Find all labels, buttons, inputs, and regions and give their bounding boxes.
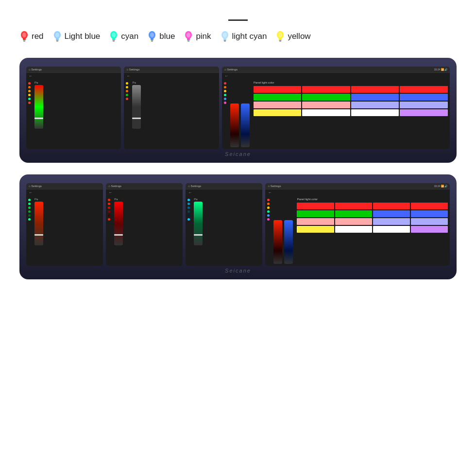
indicator-dot-2 bbox=[187, 206, 190, 209]
side-bar-b2 bbox=[108, 198, 110, 264]
swatch-14 bbox=[351, 109, 399, 116]
indicator-dot-3 bbox=[126, 94, 128, 96]
slider-label-b2: Pa bbox=[114, 198, 118, 201]
slider-red-s3 bbox=[230, 103, 239, 147]
swatch-0 bbox=[297, 203, 334, 209]
svg-rect-13 bbox=[113, 40, 115, 41]
color-item-yellow: yellow bbox=[275, 30, 310, 43]
color-swatches-s3 bbox=[254, 86, 448, 116]
panel-title-s3: Panel light color bbox=[254, 81, 448, 84]
svg-rect-4 bbox=[23, 41, 25, 42]
swatch-11 bbox=[411, 218, 448, 225]
back-button-s3: ← bbox=[222, 73, 450, 79]
swatch-13 bbox=[335, 226, 372, 233]
swatch-9 bbox=[302, 102, 350, 108]
bulb-icon-light-cyan bbox=[220, 30, 230, 43]
svg-rect-32 bbox=[279, 38, 282, 40]
swatch-6 bbox=[373, 210, 410, 217]
svg-rect-8 bbox=[56, 40, 58, 41]
side-bar-b4 bbox=[267, 198, 270, 264]
bulb-icon-pink bbox=[184, 30, 193, 43]
back-button-b3: ← bbox=[186, 189, 262, 196]
swatch-8 bbox=[254, 102, 302, 108]
color-label-light-cyan: light cyan bbox=[232, 32, 267, 41]
indicator-dot-5 bbox=[28, 102, 31, 104]
indicator-dot-0 bbox=[267, 199, 270, 201]
swatch-5 bbox=[335, 210, 372, 217]
svg-rect-18 bbox=[151, 40, 153, 41]
back-button-s1: ← bbox=[26, 73, 121, 79]
bulb-icon-cyan bbox=[109, 30, 119, 43]
slider-wrap-s2: Pa bbox=[130, 81, 217, 147]
svg-rect-34 bbox=[279, 41, 281, 42]
svg-point-1 bbox=[22, 33, 26, 37]
indicator-dot-3 bbox=[224, 94, 226, 96]
indicator-dot-2 bbox=[28, 206, 31, 209]
screen-b1: ⌂ Settings←Pa bbox=[26, 183, 103, 266]
title-section bbox=[19, 19, 457, 21]
indicator-dot-4 bbox=[267, 214, 270, 217]
slider-label-s1: Pa bbox=[34, 81, 38, 84]
slider-handle-0 bbox=[34, 234, 43, 236]
screen-header-b3: ⌂ Settings bbox=[186, 183, 262, 189]
screen-body-s2: Pa bbox=[124, 79, 219, 149]
screen-group-top: ⌂ Settings←Pa⌂ Settings←Pa⌂ Settings20:2… bbox=[19, 58, 457, 163]
side-bar-b3 bbox=[187, 198, 190, 264]
svg-rect-17 bbox=[151, 38, 153, 40]
svg-rect-7 bbox=[56, 38, 59, 40]
slider-wrap-b3: Pa bbox=[192, 198, 260, 264]
indicator-dot-3 bbox=[267, 210, 270, 213]
indicator-dot-5 bbox=[28, 218, 31, 221]
back-button-s2: ← bbox=[124, 73, 219, 79]
back-button-b1: ← bbox=[26, 189, 103, 196]
indicator-dot-1 bbox=[267, 203, 270, 205]
indicator-dot-4 bbox=[224, 98, 226, 100]
svg-point-6 bbox=[55, 33, 59, 37]
indicator-dot-4 bbox=[28, 98, 31, 100]
side-bar-s1 bbox=[28, 81, 31, 147]
color-item-light-cyan: light cyan bbox=[220, 30, 267, 43]
screen-body-s1: Pa bbox=[26, 79, 121, 149]
swatch-1 bbox=[302, 86, 350, 93]
swatch-0 bbox=[254, 86, 302, 93]
side-bar-s2 bbox=[126, 81, 128, 147]
slider-green-s3 bbox=[241, 103, 250, 147]
slider-handle-0 bbox=[194, 234, 203, 236]
swatch-13 bbox=[302, 109, 350, 116]
screen-s1: ⌂ Settings←Pa bbox=[26, 67, 121, 149]
indicator-dot-4 bbox=[187, 214, 190, 217]
screen-body-s3: Panel light color bbox=[222, 79, 450, 149]
swatch-3 bbox=[411, 203, 448, 209]
screen-b3: ⌂ Settings←Pa bbox=[186, 183, 262, 266]
swatch-7 bbox=[411, 210, 448, 217]
panel-title-b4: Panel light color bbox=[297, 198, 448, 201]
swatch-14 bbox=[373, 226, 410, 233]
swatch-9 bbox=[335, 218, 372, 225]
indicator-dot-2 bbox=[28, 90, 31, 92]
indicator-dot-4 bbox=[126, 98, 128, 100]
indicator-dot-1 bbox=[126, 86, 128, 88]
bulb-icon-red bbox=[19, 30, 29, 43]
title-divider bbox=[228, 19, 248, 21]
back-button-b4: ← bbox=[265, 189, 450, 196]
slider-green-b4 bbox=[284, 220, 293, 264]
screen-b2: ⌂ Settings←Pa bbox=[106, 183, 183, 266]
color-panel-s3: Panel light color bbox=[254, 81, 448, 147]
screen-body-b3: Pa bbox=[186, 196, 262, 266]
svg-rect-23 bbox=[187, 40, 190, 41]
color-label-red: red bbox=[32, 32, 44, 41]
slider-label-b3: Pa bbox=[194, 198, 197, 201]
slider-wrap-b1: Pa bbox=[33, 198, 101, 264]
color-item-cyan: cyan bbox=[109, 30, 138, 43]
slider-track-0 bbox=[132, 85, 141, 129]
screen-body-b1: Pa bbox=[26, 196, 103, 266]
swatch-12 bbox=[254, 109, 302, 116]
indicator-dot-1 bbox=[28, 86, 31, 88]
svg-rect-27 bbox=[223, 38, 226, 40]
indicator-dot-2 bbox=[224, 90, 226, 92]
screen-s2: ⌂ Settings←Pa bbox=[124, 67, 219, 149]
page-container: red Light blue cyan blue bbox=[0, 0, 476, 304]
indicator-dot-0 bbox=[28, 199, 31, 201]
slider-wrap-s1: Pa bbox=[33, 81, 119, 147]
indicator-dot-3 bbox=[108, 210, 110, 213]
